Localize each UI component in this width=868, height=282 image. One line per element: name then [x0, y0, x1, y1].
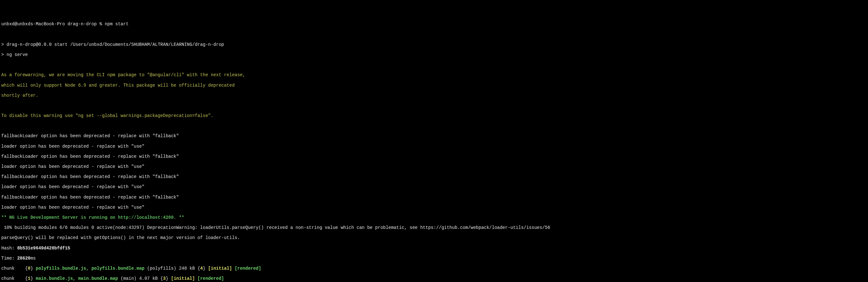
deprecation-loader-1: loader option has been deprecated - repl… [1, 144, 867, 149]
warning-line-1: As a forewarning, we are moving the CLI … [1, 73, 867, 78]
warning-line-3: shortly after. [1, 93, 867, 98]
deprecation-fallback-2: fallbackLoader option has been deprecate… [1, 154, 867, 159]
prompt-command[interactable]: npm start [105, 22, 129, 27]
chunk-row-0: chunk {0} polyfills.bundle.js, polyfills… [1, 266, 867, 271]
building-modules: 10% building modules 6/6 modules 0 activ… [1, 225, 867, 230]
prompt-dir: drag-n-drop [67, 22, 97, 27]
warning-line-2: which will only support Node 6.9 and gre… [1, 83, 867, 88]
deprecation-loader-4: loader option has been deprecated - repl… [1, 205, 867, 210]
chunk-row-1: chunk {1} main.bundle.js, main.bundle.ma… [1, 276, 867, 281]
deprecation-fallback-3: fallbackLoader option has been deprecate… [1, 174, 867, 179]
deprecation-fallback-1: fallbackLoader option has been deprecate… [1, 134, 867, 139]
time-line: Time: 28620ms [1, 256, 867, 261]
chunk-files: polyfills.bundle.js, polyfills.bundle.ma… [36, 266, 144, 271]
npm-run-line1: > drag-n-drop@0.0.0 start /Users/unbxd/D… [1, 42, 867, 47]
deprecation-fallback-4: fallbackLoader option has been deprecate… [1, 195, 867, 200]
hash-value: 8b531e9649d420bfdf15 [17, 246, 70, 251]
warning-disable: To disable this warning use "ng set --gl… [1, 113, 867, 118]
terminal-prompt-line: unbxd@unbxds-MacBook-Pro drag-n-drop % n… [1, 22, 867, 27]
time-value: 28620 [17, 256, 30, 261]
parsequery-note: parseQuery() will be replaced with getOp… [1, 235, 867, 240]
deprecation-loader-2: loader option has been deprecated - repl… [1, 164, 867, 169]
deprecation-loader-3: loader option has been deprecated - repl… [1, 184, 867, 189]
prompt-userhost: unbxd@unbxds-MacBook-Pro [1, 22, 65, 27]
hash-line: Hash: 8b531e9649d420bfdf15 [1, 246, 867, 251]
ng-live-server: ** NG Live Development Server is running… [1, 215, 867, 220]
npm-run-line2: > ng serve [1, 52, 867, 57]
chunk-files: main.bundle.js, main.bundle.map [36, 276, 118, 281]
